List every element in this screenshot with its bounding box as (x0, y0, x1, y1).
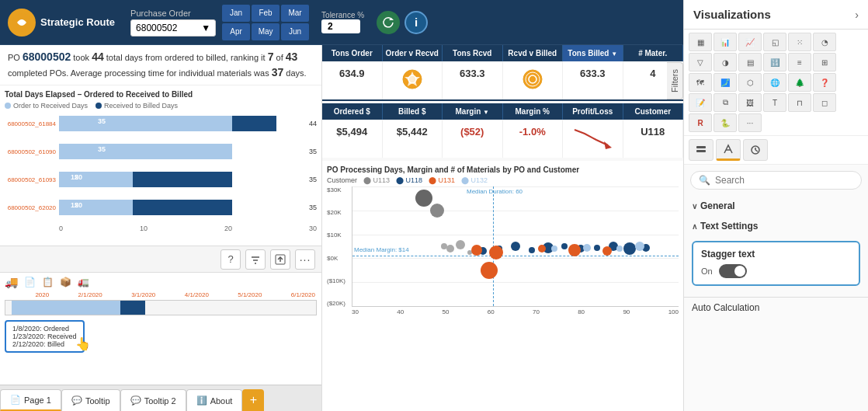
viz-more[interactable]: ··· (738, 113, 762, 132)
tab-tooltip-label: Tooltip (85, 396, 110, 406)
metrics-top-table: Tons Order Order v Recvd Tons Rcvd Rcvd … (322, 45, 683, 101)
viz-bar[interactable]: 📊 (713, 33, 737, 51)
timeline-bar-area (5, 300, 317, 315)
viz-filled-map[interactable]: 🗾 (713, 73, 737, 92)
viz-map[interactable]: 🗺 (689, 73, 712, 92)
viz-gauge[interactable]: ◑ (713, 53, 737, 71)
tab-add-button[interactable]: + (242, 389, 264, 411)
viz-button[interactable]: ⊓ (788, 93, 811, 112)
bar-light-1: 35 (59, 116, 232, 131)
general-section-header[interactable]: ∨ General (684, 196, 868, 216)
refresh-button[interactable] (377, 11, 400, 34)
viz-smart-narrative[interactable]: 📝 (689, 93, 712, 112)
viz-funnel[interactable]: ▽ (689, 53, 712, 71)
col-margin-pct: Margin % (503, 103, 564, 120)
t-axis-7: 6/1/2020 (291, 291, 315, 298)
viz-pie[interactable]: ◔ (813, 33, 836, 51)
val-customer: U118 (623, 120, 684, 158)
month-mar[interactable]: Mar (281, 5, 309, 22)
scatter-dot (529, 247, 535, 253)
doc-icon-1: 📄 (24, 277, 36, 287)
val-tons-rcvd: 633.3 (443, 61, 503, 99)
scatter-dot (594, 245, 600, 251)
viz-treemap[interactable]: ⊞ (813, 53, 836, 71)
tab-tooltip2-label: Tooltip 2 (144, 396, 176, 406)
search-icon: 🔍 (699, 175, 710, 186)
viz-azure-map[interactable]: 🌐 (763, 73, 786, 92)
legend-dot-dark (95, 103, 102, 109)
viz-card[interactable]: ▤ (738, 53, 762, 71)
po-select[interactable]: 68000502 ▼ (130, 19, 216, 37)
viz-line[interactable]: 📈 (738, 33, 762, 51)
scatter-dot (616, 246, 623, 252)
col-num-materials: # Mater. (623, 45, 684, 61)
tolerance-area: Tolerance % 2 (321, 11, 364, 33)
scatter-dot (446, 245, 454, 253)
viz-shapes[interactable]: ◻ (813, 93, 836, 112)
col-tons-rcvd: Tons Rcvd (443, 45, 503, 61)
bar-total-2: 35 (297, 148, 317, 155)
sidebar-filter-analytics[interactable] (743, 139, 768, 161)
po-value: 68000502 (136, 23, 177, 33)
info-button[interactable]: i (404, 11, 428, 34)
viz-slicer[interactable]: ⧉ (713, 93, 737, 112)
right-data-panel: Tons Order Order v Recvd Tons Rcvd Rcvd … (322, 45, 683, 411)
toggle-switch[interactable] (719, 264, 747, 278)
tab-page1-icon: 📄 (10, 395, 21, 405)
val-order-v-recvd (383, 61, 443, 99)
t-axis-3: 2/1/2020 (78, 291, 102, 298)
filter-button[interactable] (245, 249, 266, 270)
viz-python[interactable]: 🐍 (713, 113, 737, 132)
tooltip-line-2: 1/23/2020: Received (12, 333, 77, 340)
sidebar-filter-format[interactable] (716, 139, 741, 161)
header: Strategic Route Purchase Order 68000502 … (0, 0, 683, 45)
viz-custom-r[interactable]: R (689, 113, 712, 132)
tab-about[interactable]: ℹ️ About (186, 389, 243, 411)
tab-tooltip2[interactable]: 💬 Tooltip 2 (120, 389, 186, 411)
x-label-80: 80 (578, 308, 585, 315)
sidebar-chevron-icon[interactable]: › (855, 9, 859, 21)
filters-tab[interactable]: Filters (667, 62, 683, 99)
viz-decomp-tree[interactable]: 🌲 (788, 73, 811, 92)
month-jun[interactable]: Jun (281, 23, 309, 40)
val-margin: ($52) (443, 120, 503, 158)
scatter-legend-u113: ⬤ U113 (363, 176, 390, 184)
sidebar-filter-fields[interactable] (689, 139, 713, 161)
margin-header: Ordered $ Billed $ Margin ▼ Margin % Pro… (322, 103, 683, 120)
viz-shape-map[interactable]: ⬡ (738, 73, 762, 92)
bar-label-4: 68000502_62020 (5, 204, 59, 211)
month-may[interactable]: May (252, 23, 279, 40)
viz-image[interactable]: 🖼 (738, 93, 762, 112)
tab-about-label: About (210, 396, 233, 406)
grid-line-5 (352, 282, 679, 283)
viz-table[interactable]: ▦ (689, 33, 712, 51)
help-button[interactable]: ? (220, 249, 241, 270)
viz-qa[interactable]: ❓ (813, 73, 836, 92)
viz-kpi[interactable]: 🔢 (763, 53, 786, 71)
scatter-legend-u132: ⬤ U132 (461, 176, 488, 184)
toggle-knob (734, 266, 745, 277)
col-customer: Customer (623, 103, 684, 120)
viz-multi-row-card[interactable]: ≡ (788, 53, 811, 71)
bar-label-2: 68000502_61090 (5, 148, 59, 155)
stagger-label: Stagger text (701, 249, 851, 259)
scatter-legend-u118: ⬤ U118 (396, 176, 422, 184)
median-margin-label: Median Margin: $14 (354, 246, 409, 253)
viz-area[interactable]: ◱ (763, 33, 786, 51)
viz-textbox[interactable]: T (763, 93, 786, 112)
month-apr[interactable]: Apr (222, 23, 250, 40)
month-feb[interactable]: Feb (252, 5, 279, 22)
bar-dark-3: 20 (133, 172, 231, 187)
search-input[interactable] (715, 175, 853, 186)
col-tons-order: Tons Order (322, 45, 383, 61)
scatter-title: PO Processing Days, Margin and # of Mate… (327, 165, 679, 174)
tab-page1[interactable]: 📄 Page 1 (0, 389, 61, 411)
month-jan[interactable]: Jan (222, 5, 250, 22)
export-button[interactable] (270, 249, 290, 270)
summary-total: 43 (286, 51, 298, 63)
tab-tooltip[interactable]: 💬 Tooltip (61, 389, 120, 411)
more-button[interactable]: ··· (295, 249, 315, 270)
text-settings-section-header[interactable]: ∧ Text Settings (684, 216, 868, 236)
viz-scatter[interactable]: ⁙ (788, 33, 811, 51)
col-ordered: Ordered $ (322, 103, 383, 120)
